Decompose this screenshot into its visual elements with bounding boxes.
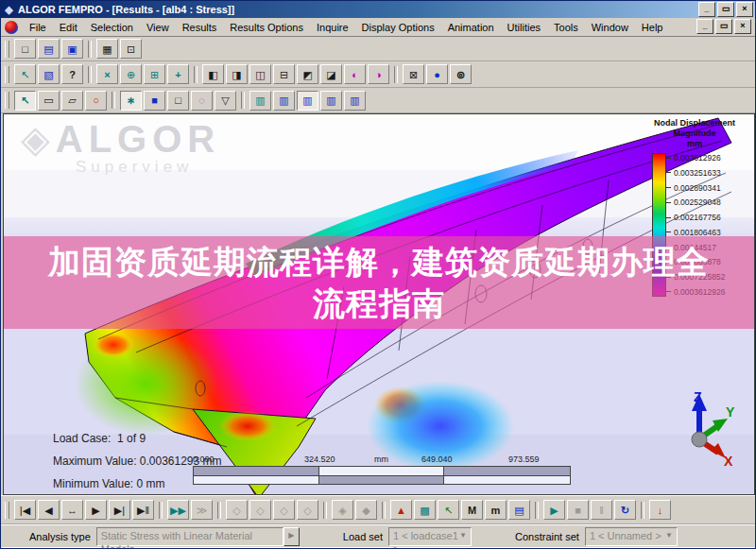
max-label-button[interactable]: M	[461, 500, 483, 520]
center-frame-button[interactable]: ↔	[61, 500, 83, 520]
min-label-button[interactable]: m	[485, 500, 507, 520]
wireframe-view-button[interactable]: ◌	[191, 91, 213, 111]
legend-value: 0.003612926	[674, 153, 721, 163]
presentation-tab1-button[interactable]: ▥	[249, 91, 271, 111]
presentation-tab3-button[interactable]: ▥	[297, 91, 318, 111]
menu-edit[interactable]: Edit	[53, 20, 84, 35]
print-button[interactable]: ▦	[96, 39, 118, 59]
anim-copy-button[interactable]: ◈	[332, 500, 353, 520]
skip-frames-button[interactable]: ≫	[191, 500, 213, 520]
view-top-button[interactable]: ◫	[249, 64, 271, 84]
view-left-button[interactable]: ◩	[297, 64, 318, 84]
toolbar-grip[interactable]	[5, 41, 9, 58]
menu-tools[interactable]: Tools	[547, 20, 585, 35]
headline-line2: 流程指南	[4, 283, 754, 324]
analysis-type-arrow-button[interactable]: ▶	[284, 527, 300, 546]
next-frame-button[interactable]: ▶|	[109, 500, 130, 520]
menu-animation[interactable]: Animation	[441, 20, 501, 35]
scale-ruler: 0.000 324.520 mm 649.040 973.559	[4, 453, 754, 495]
mdi-minimize-button[interactable]: _	[696, 19, 713, 34]
filter-button[interactable]: ▽	[215, 91, 236, 111]
view-back-button[interactable]: ◨	[226, 64, 248, 84]
view-iso-button[interactable]: ◐	[344, 64, 366, 84]
menu-display-options[interactable]: Display Options	[355, 20, 441, 35]
view-bottom-button[interactable]: ⊟	[273, 64, 295, 84]
elevation-button[interactable]: ▲	[390, 500, 412, 520]
video-pause-button[interactable]: ‖	[591, 500, 612, 520]
toolbar-separator	[217, 502, 221, 519]
menu-file[interactable]: File	[23, 20, 53, 35]
solid-view-button[interactable]: ■	[144, 91, 165, 111]
select-cursor-button[interactable]: ↖	[14, 91, 36, 111]
pick-tool-button[interactable]: ↖	[14, 64, 36, 84]
close-button[interactable]: ×	[736, 2, 753, 17]
menu-results-options[interactable]: Results Options	[223, 20, 310, 35]
render-settings-button[interactable]: ▧	[38, 64, 60, 84]
origin-axes-button[interactable]: ∗	[120, 91, 142, 111]
video-stop-button[interactable]: ■	[567, 500, 589, 520]
anim-copy2-button[interactable]: ◆	[355, 500, 377, 520]
save-button[interactable]: ▣	[61, 39, 83, 59]
prev-frame-button[interactable]: ◀	[38, 500, 60, 520]
legend-title-line: Nodal Displacement	[639, 118, 750, 129]
new-file-button[interactable]: □	[14, 39, 36, 59]
video-loop-button[interactable]: ↻	[614, 500, 636, 520]
restore-button[interactable]: ▭	[717, 2, 734, 17]
menu-results[interactable]: Results	[176, 20, 224, 35]
presentation-tab2-button[interactable]: ▥	[273, 91, 295, 111]
load-set-dropdown[interactable]: 1 < loadcase1 >▼	[388, 527, 472, 546]
legend-tick-mark	[666, 158, 671, 159]
presentation-tab4-button[interactable]: ▥	[320, 91, 342, 111]
open-file-button[interactable]: ▤	[38, 39, 60, 59]
anim-view3-button[interactable]: ◇	[273, 500, 295, 520]
shaded-view-button[interactable]: ●	[426, 64, 448, 84]
mdi-restore-button[interactable]: ▭	[715, 19, 732, 34]
document-icon[interactable]	[5, 21, 18, 34]
video-record-button[interactable]: ▶	[543, 500, 565, 520]
menu-view[interactable]: View	[140, 20, 176, 35]
probe-button[interactable]: ↖	[438, 500, 459, 520]
video-save-button[interactable]: ↓	[649, 500, 671, 520]
toolbar-separator	[241, 92, 245, 109]
find-button[interactable]: ⊚	[450, 64, 472, 84]
camera-button[interactable]: ▩	[414, 500, 436, 520]
toolbar-grip[interactable]	[5, 92, 9, 109]
select-region-button[interactable]: ▱	[61, 91, 83, 111]
zoom-window-button[interactable]: ⊞	[144, 64, 165, 84]
view-right-button[interactable]: ◪	[320, 64, 342, 84]
toolbar-selection: ↖▭▱○∗■□◌▽▥▥▥▥▥	[1, 88, 755, 113]
transparent-view-button[interactable]: □	[167, 91, 189, 111]
select-circle-button[interactable]: ○	[85, 91, 107, 111]
first-frame-button[interactable]: |◀	[14, 500, 36, 520]
anim-view1-button[interactable]: ◇	[226, 500, 248, 520]
menu-inquire[interactable]: Inquire	[310, 20, 355, 35]
play-button[interactable]: ▶	[85, 500, 107, 520]
zoom-extents-button[interactable]: ×	[96, 64, 118, 84]
view-front-button[interactable]: ◧	[202, 64, 224, 84]
presentation-tab5-button[interactable]: ▥	[344, 91, 366, 111]
help-pick-button[interactable]: ?	[61, 64, 83, 84]
print-preview-button[interactable]: ⊡	[120, 39, 142, 59]
menu-selection[interactable]: Selection	[84, 20, 140, 35]
last-frame-button[interactable]: ▶‖	[132, 500, 154, 520]
toolbar-grip[interactable]	[5, 502, 9, 519]
anim-view2-button[interactable]: ◇	[249, 500, 271, 520]
chevron-down-icon: ▼	[459, 529, 467, 544]
animate-button[interactable]: ▶▶	[167, 500, 189, 520]
anim-view4-button[interactable]: ◇	[297, 500, 318, 520]
menu-help[interactable]: Help	[635, 20, 670, 35]
select-rect-button[interactable]: ▭	[38, 91, 60, 111]
menu-utilities[interactable]: Utilities	[501, 20, 547, 35]
toolbar-separator	[159, 502, 163, 519]
pan-button[interactable]: +	[167, 64, 189, 84]
constraint-set-dropdown[interactable]: 1 < Unnamed >▼	[585, 527, 678, 546]
mdi-close-button[interactable]: ×	[734, 19, 751, 34]
zoom-in-button[interactable]: ⊕	[120, 64, 142, 84]
results-viewport[interactable]: ◈ ALGOR Superview	[3, 113, 755, 495]
toolbar-grip[interactable]	[5, 66, 9, 83]
view-iso2-button[interactable]: ◑	[368, 64, 389, 84]
fit-window-button[interactable]: ⊠	[403, 64, 424, 84]
minimize-button[interactable]: _	[698, 2, 715, 17]
menu-window[interactable]: Window	[585, 20, 635, 35]
report-button[interactable]: ▤	[508, 500, 530, 520]
